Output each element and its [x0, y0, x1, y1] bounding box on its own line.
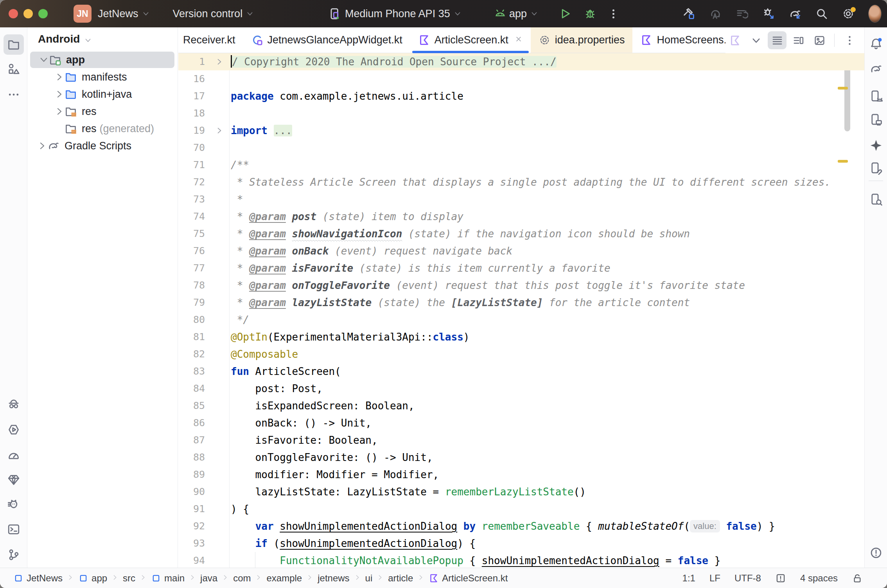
settings-gear-icon[interactable]: [842, 7, 855, 20]
zoom-window-button[interactable]: [38, 9, 48, 18]
debug-button[interactable]: [584, 0, 597, 27]
app-inspection-button[interactable]: [866, 189, 886, 210]
code-line-74[interactable]: 74 * @param post (state) item to display: [178, 208, 864, 225]
code-line-70[interactable]: 70: [178, 139, 864, 156]
code-line-82[interactable]: 82@Composable: [178, 346, 864, 363]
breadcrumb-item-jetnews[interactable]: jetnews: [315, 572, 352, 584]
code-line-79[interactable]: 79 * @param lazyListState (state) the [L…: [178, 294, 864, 311]
vcs-widget[interactable]: Version control: [173, 8, 255, 20]
line-view-button[interactable]: [768, 31, 786, 49]
search-everywhere-icon[interactable]: [815, 7, 828, 20]
tree-item-app[interactable]: app: [30, 52, 174, 68]
code-line-73[interactable]: 73 *: [178, 191, 864, 208]
code-line-87[interactable]: 87 isFavorite: Boolean,: [178, 432, 864, 449]
benchmark-gauge-button[interactable]: [4, 445, 24, 465]
project-view-selector[interactable]: Android: [28, 27, 178, 51]
breadcrumb-item-jetnews[interactable]: JetNews: [11, 572, 65, 584]
tree-chevron-icon[interactable]: [54, 72, 65, 82]
breadcrumb-item-articlescreen-kt[interactable]: ArticleScreen.kt: [426, 572, 510, 584]
warning-stripe-mark[interactable]: [838, 160, 848, 163]
structure-view-button[interactable]: [789, 31, 808, 49]
code-editor[interactable]: 1/ Copyright 2020 The Android Open Sourc…: [178, 53, 864, 568]
code-line-84[interactable]: 84 post: Post,: [178, 380, 864, 397]
project-folder-button[interactable]: [4, 34, 24, 55]
tab-idea-properties[interactable]: idea.properties: [531, 27, 633, 53]
tree-chevron-icon[interactable]: [39, 55, 49, 65]
breadcrumb-item-example[interactable]: example: [264, 572, 304, 584]
tree-item-gradle-scripts[interactable]: Gradle Scripts: [30, 138, 174, 154]
profile-run-icon[interactable]: [709, 7, 722, 20]
chevron-down-button[interactable]: [747, 31, 765, 49]
run-config-selector[interactable]: app: [494, 0, 539, 27]
tree-item-res[interactable]: res(generated): [30, 120, 174, 137]
project-widget[interactable]: JetNews: [92, 8, 150, 20]
gemini-sparkle-button[interactable]: [866, 135, 886, 156]
code-line-17[interactable]: 17package com.example.jetnews.ui.article: [178, 88, 864, 105]
tree-item-manifests[interactable]: manifests: [30, 69, 174, 85]
user-avatar[interactable]: [868, 7, 882, 20]
code-line-81[interactable]: 81@OptIn(ExperimentalMaterial3Api::class…: [178, 328, 864, 346]
attach-debugger-icon[interactable]: [762, 7, 775, 20]
code-line-18[interactable]: 18: [178, 105, 864, 122]
todo-box-icon[interactable]: [775, 573, 786, 584]
unlock-icon[interactable]: [852, 573, 863, 584]
device-attach-button[interactable]: [866, 158, 886, 178]
breadcrumb-item-ui[interactable]: ui: [363, 572, 375, 584]
more-kebab-button[interactable]: [840, 31, 859, 49]
close-window-button[interactable]: [9, 9, 18, 18]
code-line-85[interactable]: 85 isExpandedScreen: Boolean,: [178, 397, 864, 414]
git-branch-button[interactable]: [4, 545, 24, 565]
code-line-83[interactable]: 83fun ArticleScreen(: [178, 363, 864, 380]
notifications-bell-button[interactable]: [866, 34, 886, 54]
more-actions-button[interactable]: [612, 0, 614, 27]
code-line-75[interactable]: 75 * @param showNavigationIcon (state) i…: [178, 225, 864, 242]
file-encoding[interactable]: UTF-8: [734, 573, 761, 584]
tree-item-kotlin-java[interactable]: kotlin+java: [30, 86, 174, 102]
minimize-window-button[interactable]: [23, 9, 33, 18]
app-quality-diamond-button[interactable]: [4, 470, 24, 490]
terminal-button[interactable]: [4, 519, 24, 540]
breadcrumb-item-src[interactable]: src: [120, 572, 138, 584]
code-line-19[interactable]: 19import ...: [178, 122, 864, 139]
close-icon[interactable]: [513, 34, 523, 46]
kotlin-faded-button[interactable]: [725, 31, 744, 49]
code-line-72[interactable]: 72 * Stateless Article Screen that displ…: [178, 174, 864, 191]
build-hammer-icon[interactable]: [682, 7, 695, 20]
code-line-91[interactable]: 91) {: [178, 500, 864, 518]
device-mirror-button[interactable]: [866, 109, 886, 130]
tree-chevron-icon[interactable]: [37, 141, 47, 151]
more-dots-button[interactable]: [4, 84, 24, 105]
code-line-78[interactable]: 78 * @param onToggleFavorite (event) req…: [178, 277, 864, 294]
running-devices-phone-button[interactable]: [866, 86, 886, 106]
profiler-hex-play-button[interactable]: [4, 419, 24, 440]
code-line-88[interactable]: 88 onToggleFavorite: () -> Unit,: [178, 449, 864, 466]
tree-chevron-icon[interactable]: [54, 106, 65, 117]
breadcrumb-item-com[interactable]: com: [231, 572, 253, 584]
preview-view-button[interactable]: [810, 31, 829, 49]
code-line-16[interactable]: 16: [178, 70, 864, 88]
code-line-94[interactable]: 94 FunctionalityNotAvailablePopup { show…: [178, 552, 864, 568]
tab-jetnewsglanceappwidget-kt[interactable]: JetnewsGlanceAppWidget.kt: [243, 27, 410, 53]
code-line-93[interactable]: 93 if (showUnimplementedActionDialog) {: [178, 535, 864, 552]
device-selector[interactable]: Medium Phone API 35: [328, 0, 462, 27]
resource-manager-button[interactable]: [4, 59, 24, 79]
code-line-92[interactable]: 92 var showUnimplementedActionDialog by …: [178, 518, 864, 535]
logcat-cat-button[interactable]: [4, 494, 24, 514]
tab-articlescreen-kt[interactable]: ArticleScreen.kt: [410, 27, 531, 53]
tree-chevron-icon[interactable]: [54, 89, 65, 99]
breadcrumb-item-java[interactable]: java: [198, 572, 220, 584]
tab-receiver-kt[interactable]: Receiver.kt: [175, 27, 243, 53]
device-explorer-spy-button[interactable]: [4, 394, 24, 414]
gradle-sync-icon[interactable]: [788, 7, 802, 20]
code-line-89[interactable]: 89 modifier: Modifier = Modifier,: [178, 466, 864, 483]
problems-button[interactable]: [866, 543, 886, 563]
code-line-71[interactable]: 71/**: [178, 156, 864, 174]
rerun-list-icon[interactable]: [735, 7, 749, 20]
fold-arrow-icon[interactable]: [215, 122, 227, 139]
caret-position[interactable]: 1:1: [682, 573, 695, 584]
warning-stripe-mark[interactable]: [838, 87, 848, 90]
tree-item-res[interactable]: res: [30, 103, 174, 120]
code-line-80[interactable]: 80 */: [178, 311, 864, 328]
breadcrumb-item-app[interactable]: app: [76, 572, 110, 584]
code-line-1[interactable]: 1/ Copyright 2020 The Android Open Sourc…: [178, 53, 864, 70]
